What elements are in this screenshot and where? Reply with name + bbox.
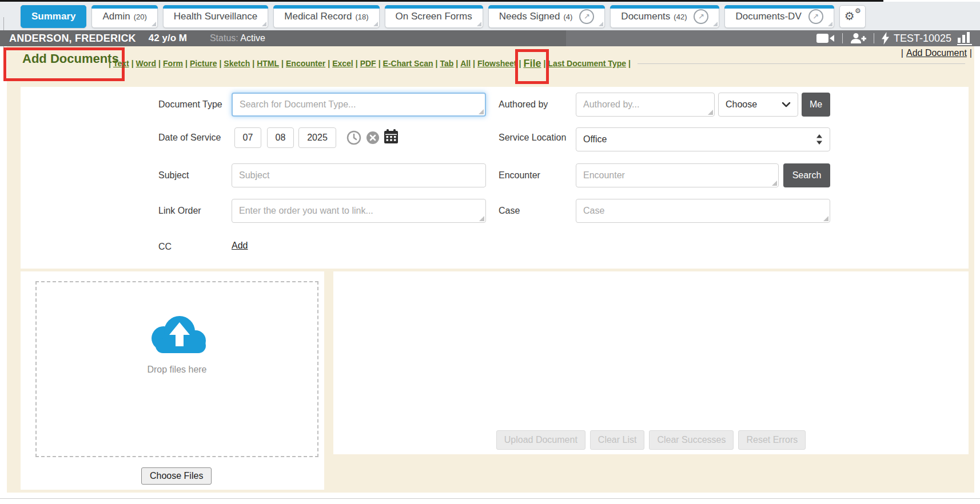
chevron-down-icon [782, 102, 791, 107]
doc-link-last-document-type[interactable]: Last Document Type [548, 59, 626, 68]
tab-label: Health Surveillance [174, 11, 257, 22]
resize-grip [479, 216, 484, 221]
add-user-icon[interactable] [850, 33, 866, 44]
video-camera-icon[interactable] [816, 33, 835, 44]
add-document-link[interactable]: Add Document [906, 48, 967, 58]
cc-label: CC [158, 242, 172, 252]
document-form: Document Type Date of Service Subject Li… [21, 87, 969, 269]
doc-link-pdf[interactable]: PDF [360, 59, 376, 68]
tab-medical-record[interactable]: Medical Record(18) [273, 5, 379, 28]
doc-link-word[interactable]: Word [136, 59, 157, 68]
resize-grip [772, 181, 777, 186]
reset-errors-button[interactable]: Reset Errors [738, 430, 806, 450]
authored-by-choose-select[interactable]: Choose [718, 93, 798, 117]
settings-gear-button[interactable]: ⚙ ⚙ [839, 5, 866, 28]
doc-link-excel[interactable]: Excel [332, 59, 353, 68]
link-separator: | [328, 59, 330, 68]
doc-link-picture[interactable]: Picture [190, 59, 217, 68]
encounter-search-button[interactable]: Search [783, 163, 830, 187]
popout-icon[interactable]: ↗ [579, 9, 594, 24]
upload-queue-panel: Upload DocumentClear ListClear Successes… [333, 271, 969, 454]
clear-circle-icon[interactable] [365, 130, 380, 145]
popout-icon[interactable]: ↗ [808, 9, 823, 24]
upload-actions: Upload DocumentClear ListClear Successes… [333, 430, 969, 450]
tab-count: (20) [134, 13, 147, 21]
toolbar-separator [842, 33, 843, 43]
tab-label: On Screen Forms [396, 11, 472, 22]
link-separator: | [281, 59, 284, 68]
choose-files-button[interactable]: Choose Files [141, 467, 212, 485]
patient-bar-tools: TEST-10025 [816, 32, 972, 45]
link-separator: | [628, 59, 631, 68]
tab-count: (42) [674, 13, 687, 21]
link-separator: | [543, 59, 545, 68]
doc-link-all[interactable]: All [460, 59, 471, 68]
date-year-input[interactable] [299, 128, 336, 147]
doc-link-sketch[interactable]: Sketch [224, 59, 250, 68]
patient-info: ANDERSON, FREDERICK 42 y/o M Status: Act… [9, 33, 265, 45]
tab-label: Admin [102, 11, 130, 22]
tab-needs-signed[interactable]: Needs Signed(4)↗ [488, 5, 605, 28]
doc-link-flowsheet[interactable]: Flowsheet [477, 59, 516, 68]
encounter-field [576, 163, 779, 187]
clear-list-button[interactable]: Clear List [590, 430, 645, 450]
tab-count: (18) [355, 13, 368, 21]
screen: SummaryAdmin(20)Health SurveillanceMedic… [0, 0, 980, 504]
date-month-input[interactable] [235, 128, 261, 147]
authored-by-field [576, 93, 715, 117]
cc-add-link[interactable]: Add [232, 241, 248, 251]
page-bottom-border [0, 498, 980, 499]
resize-grip [823, 216, 828, 221]
upload-document-button[interactable]: Upload Document [496, 430, 585, 450]
calendar-icon[interactable] [383, 129, 399, 145]
link-separator: | [252, 59, 254, 68]
tab-admin[interactable]: Admin(20) [91, 5, 157, 28]
tab-health-surveillance[interactable]: Health Surveillance [163, 5, 268, 28]
date-day-input[interactable] [268, 128, 293, 147]
choose-select-value: Choose [726, 99, 757, 110]
tab-label: Summary [31, 11, 75, 22]
subject-label: Subject [158, 170, 189, 181]
authored-by-label: Authored by [499, 99, 548, 110]
resize-grip [479, 109, 484, 114]
file-upload-panel: Drop files here Choose Files [21, 271, 324, 490]
tab-bar: SummaryAdmin(20)Health SurveillanceMedic… [0, 2, 980, 30]
doc-link-file[interactable]: File [523, 58, 541, 70]
link-separator: | [185, 59, 188, 68]
document-type-input[interactable] [233, 94, 485, 115]
resize-grip [708, 110, 713, 115]
service-location-select[interactable]: Office [576, 127, 830, 151]
encounter-label: Encounter [499, 170, 540, 181]
encounter-input[interactable] [576, 164, 778, 187]
bar-chart-icon[interactable] [957, 32, 972, 45]
doc-link-form[interactable]: Form [163, 59, 183, 68]
doc-link-text[interactable]: Text [113, 59, 129, 68]
authored-by-input[interactable] [576, 93, 714, 116]
doc-link-encounter[interactable]: Encounter [286, 59, 325, 68]
tab-documents[interactable]: Documents(42)↗ [610, 5, 719, 28]
link-order-input[interactable] [232, 199, 485, 222]
service-location-label: Service Location [499, 133, 566, 143]
doc-type-links: |Text|Word|Form|Picture|Sketch|HTML|Enco… [109, 55, 965, 71]
tab-documents-dv[interactable]: Documents-DV↗ [724, 5, 834, 28]
tab-summary[interactable]: Summary [21, 5, 86, 28]
document-type-label: Document Type [158, 99, 222, 110]
link-separator: | [519, 59, 521, 68]
doc-link-html[interactable]: HTML [257, 59, 279, 68]
clock-icon[interactable] [346, 130, 361, 145]
clear-successes-button[interactable]: Clear Successes [649, 430, 734, 450]
case-input[interactable] [576, 199, 830, 222]
me-button[interactable]: Me [802, 93, 830, 117]
file-dropzone[interactable]: Drop files here [35, 281, 318, 457]
link-separator: | [132, 59, 134, 68]
tab-on-screen-forms[interactable]: On Screen Forms [385, 5, 483, 28]
tab-label: Documents [621, 11, 670, 22]
doc-link-e-chart-scan[interactable]: E-Chart Scan [383, 59, 433, 68]
lightning-bolt-icon[interactable] [882, 32, 889, 45]
date-year-field [298, 127, 336, 148]
popout-icon[interactable]: ↗ [694, 9, 708, 24]
subject-input[interactable] [232, 164, 485, 187]
tab-label: Needs Signed [499, 11, 560, 22]
cloud-upload-icon [144, 312, 210, 357]
doc-link-tab[interactable]: Tab [440, 59, 453, 68]
